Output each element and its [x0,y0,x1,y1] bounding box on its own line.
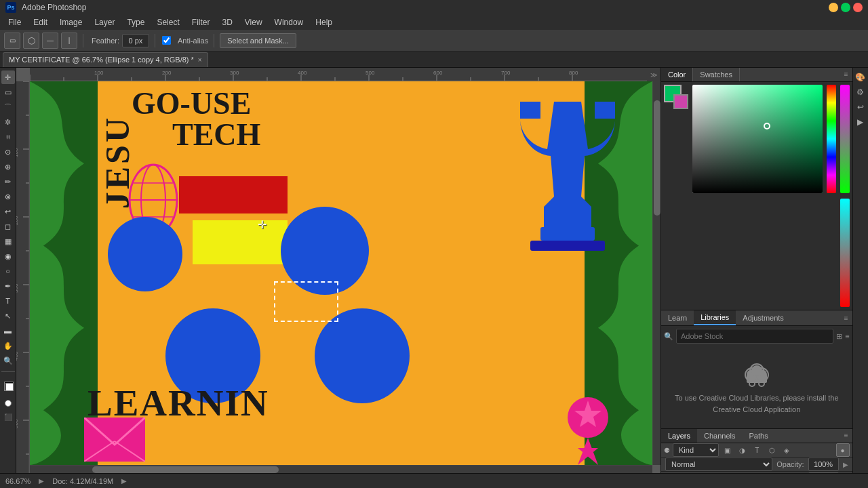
layers-panel-options[interactable]: ≡ [840,429,852,443]
select-mask-button[interactable]: Select and Mask... [220,33,296,48]
move-tool[interactable]: ✛ [1,70,15,84]
feather-input[interactable] [122,34,149,47]
menu-filter[interactable]: Filter [186,16,216,28]
zoom-tool[interactable]: 🔍 [1,354,15,367]
opacity-input[interactable] [808,458,839,471]
menu-window[interactable]: Window [269,16,309,28]
pen-tool[interactable]: ✒ [1,279,15,293]
magic-wand-tool[interactable]: ✲ [1,115,15,129]
history-brush-tool[interactable]: ↩ [1,205,15,218]
color-gradient-picker[interactable] [692,85,823,193]
clone-tool[interactable]: ⊗ [1,190,15,203]
lib-list-view-icon[interactable]: ≡ [845,332,849,340]
gradient-circle-handle[interactable] [764,123,770,129]
lock-artboard-btn[interactable]: ⊞ [740,472,753,473]
marquee-ellipse-tool[interactable]: ◯ [23,33,39,49]
panel-collapse-arrows[interactable]: ≫ [647,68,660,81]
screen-mode-toggle[interactable]: ⬛ [1,411,15,422]
filter-shape-btn[interactable]: ⬡ [765,443,778,457]
marquee-tool[interactable]: ▭ [1,85,15,99]
menu-select[interactable]: Select [151,16,184,28]
gradient-tool[interactable]: ▦ [1,235,15,248]
brush-tool[interactable]: ✏ [1,175,15,188]
vertical-scrollbar[interactable] [652,81,660,465]
standard-mode[interactable] [5,400,12,407]
crop-tool[interactable]: ⌗ [1,130,15,144]
tab-libraries[interactable]: Libraries [694,310,736,325]
eyedropper-tool[interactable]: ⊙ [1,145,15,159]
tab-channels[interactable]: Channels [697,429,742,443]
filter-text-btn[interactable]: T [750,443,764,457]
hand-tool[interactable]: ✋ [1,339,15,352]
marquee-single-row[interactable]: ― [42,33,58,49]
lock-transparent-btn[interactable]: ▦ [687,472,701,473]
lib-panel-options[interactable]: ≡ [840,312,852,325]
doc-info-arrow[interactable]: ▶ [121,477,127,485]
menu-edit[interactable]: Edit [28,16,53,28]
lib-grid-view-icon[interactable]: ⊞ [836,332,842,341]
eraser-tool[interactable]: ◻ [1,220,15,233]
marquee-single-col[interactable]: | [61,33,77,49]
lock-image-btn[interactable]: ✏ [705,472,718,473]
panel-options-icon[interactable]: ≡ [840,68,852,81]
lock-position-btn[interactable]: ✛ [722,472,736,473]
lib-search-input[interactable] [676,329,833,344]
lasso-tool[interactable]: ⌒ [1,100,15,114]
document-tab-active[interactable]: MY CERTIFICATE @ 66.7% (Ellipse 1 copy 4… [3,52,208,67]
shape-tool[interactable]: ▬ [1,324,15,338]
layers-panel: Layers Channels Paths ≡ ⚈ Kind ▣ ◑ [661,429,852,473]
horizontal-scrollbar[interactable] [30,465,652,473]
canvas-viewport[interactable]: GO-USE TECH JESU [30,81,652,465]
dodge-tool[interactable]: ○ [1,264,15,278]
color-saturation-bar[interactable] [840,85,850,193]
doc-tab-close[interactable]: × [198,56,202,64]
opacity-chevron[interactable]: ▶ [843,461,848,468]
path-select-tool[interactable]: ↖ [1,309,15,323]
v-scroll-thumb[interactable] [654,100,660,216]
svg-text:200: 200 [162,70,172,76]
menu-help[interactable]: Help [310,16,338,28]
status-arrow[interactable]: ▶ [39,477,44,485]
menu-layer[interactable]: Layer [89,16,120,28]
anti-alias-checkbox[interactable] [162,36,171,45]
filter-pixel-btn[interactable]: ▣ [720,443,734,457]
h-scroll-thumb[interactable] [92,466,279,473]
healing-tool[interactable]: ⊕ [1,160,15,174]
panel-icon-actions[interactable]: ▶ [854,115,867,129]
tab-layers[interactable]: Layers [661,429,697,443]
maximize-button[interactable] [841,3,850,12]
menu-file[interactable]: File [3,16,26,28]
filter-adjust-btn[interactable]: ◑ [735,443,749,457]
text-tool[interactable]: T [1,294,15,308]
close-button[interactable] [853,3,863,12]
background-swatch[interactable] [673,94,688,109]
tab-swatches[interactable]: Swatches [693,68,740,81]
blur-tool[interactable]: ◉ [1,249,15,263]
color-hue-bar[interactable] [827,85,836,193]
color-swatches[interactable] [1,379,15,394]
tab-learn[interactable]: Learn [661,311,694,325]
minimize-button[interactable] [829,3,838,12]
window-controls[interactable] [829,3,863,12]
menu-3d[interactable]: 3D [216,16,237,28]
menu-type[interactable]: Type [121,16,150,28]
tab-color[interactable]: Color [661,68,693,81]
marquee-rect-tool[interactable]: ▭ [4,33,20,49]
color-alpha-bar[interactable] [840,199,850,307]
filter-smart-btn[interactable]: ◈ [780,443,793,457]
lock-all-btn[interactable]: 🔒 [757,472,771,473]
menu-image[interactable]: Image [54,16,87,28]
panel-icon-history[interactable]: ↩ [854,100,867,114]
tab-adjustments[interactable]: Adjustments [736,311,791,325]
menu-view[interactable]: View [239,16,268,28]
layer-kind-filter[interactable]: Kind [673,443,719,457]
fill-input[interactable] [808,472,839,473]
panel-icon-color[interactable]: 🎨 [854,70,867,84]
panel-icon-properties[interactable]: ⚙ [854,85,867,99]
layer-filter-toggle[interactable]: ● [836,443,850,457]
fg-bg-swatches[interactable] [664,85,688,109]
tab-paths[interactable]: Paths [743,429,775,443]
blend-mode-select[interactable]: Normal [665,458,772,471]
background-color[interactable] [5,383,14,391]
quick-mask-toggle[interactable] [1,398,15,409]
